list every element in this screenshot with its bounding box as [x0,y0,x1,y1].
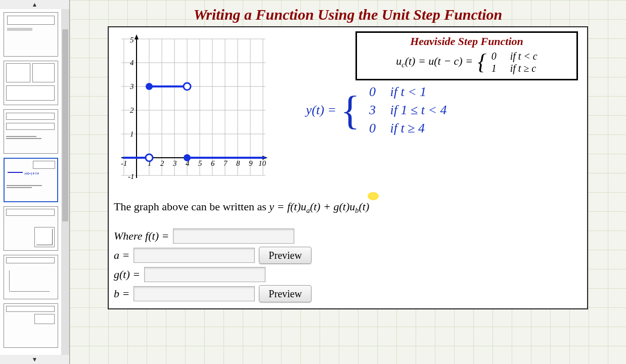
preview-a-button[interactable]: Preview [259,247,311,264]
svg-text:5: 5 [198,159,202,167]
statement-text: The graph above can be written as y = f(… [114,200,369,215]
thumbnail-7[interactable] [4,303,58,348]
ft-input[interactable] [173,229,294,244]
svg-point-43 [146,154,153,161]
brace-icon: { [340,90,360,130]
svg-text:4: 4 [130,59,134,67]
heaviside-equation: uc(t) = u(t − c) = { 0 if t < c 1 if t ≥… [362,49,571,75]
heaviside-definition-box: Heaviside Step Function uc(t) = u(t − c)… [355,31,578,80]
step-function-graph: -1 1 2 3 4 5 6 7 8 9 10 1 2 3 4 5 -1 [114,31,271,188]
slide: Writing a Function Using the Unit Step F… [108,6,588,309]
thumbnail-1[interactable] [4,12,58,57]
svg-text:3: 3 [129,82,134,90]
main-slide-area: Writing a Function Using the Unit Step F… [70,0,626,364]
handwritten-lhs: y(t) = [306,103,336,118]
svg-text:-1: -1 [121,159,127,167]
svg-marker-21 [135,34,139,39]
svg-text:8: 8 [236,159,240,167]
b-input[interactable] [133,286,255,301]
scroll-down-button[interactable]: ▼ [0,355,69,364]
scrollbar-thumb[interactable] [62,29,68,221]
svg-text:2: 2 [130,106,134,114]
slide-thumbnail-sidebar: ▲ y(t)={ 0 3 0 [0,0,70,364]
thumbnail-2[interactable] [4,61,58,105]
svg-text:1: 1 [130,130,134,138]
a-input[interactable] [133,248,255,263]
thumbnail-scrollbar[interactable] [61,9,69,355]
svg-point-44 [146,83,153,90]
svg-point-46 [184,154,191,161]
thumbnail-list: y(t)={ 0 3 0 [0,9,61,355]
svg-point-45 [184,83,191,90]
preview-b-button[interactable]: Preview [259,285,311,302]
svg-text:6: 6 [211,159,215,167]
thumbnail-6[interactable] [4,255,58,299]
svg-text:9: 9 [249,159,253,167]
svg-text:10: 10 [258,159,266,167]
svg-text:7: 7 [223,159,228,167]
heaviside-title: Heaviside Step Function [362,35,571,48]
gt-input[interactable] [144,267,265,282]
svg-text:5: 5 [130,36,134,44]
svg-text:3: 3 [172,159,177,167]
svg-text:-1: -1 [128,172,135,180]
content-frame: -1 1 2 3 4 5 6 7 8 9 10 1 2 3 4 5 -1 [108,26,588,309]
cursor-highlight-icon [368,192,379,200]
thumbnail-5[interactable] [4,206,58,251]
scroll-up-button[interactable]: ▲ [0,0,69,9]
thumbnail-3[interactable] [4,109,58,154]
svg-text:2: 2 [160,159,164,167]
slide-title: Writing a Function Using the Unit Step F… [108,6,588,23]
handwritten-piecewise: y(t) = { 0if t < 1 3if 1 ≤ t < 4 0if t ≥… [306,83,508,138]
thumbnail-4[interactable]: y(t)={ 0 3 0 [4,158,58,202]
answer-form: Where f(t) = a = Preview g(t) = b = Prev… [114,225,311,305]
